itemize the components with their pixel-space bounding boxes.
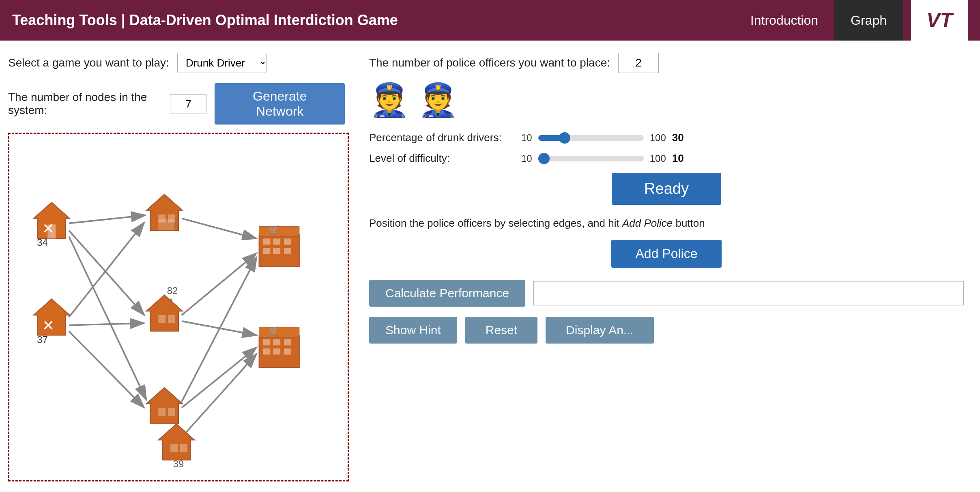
svg-rect-29	[158, 408, 165, 416]
header: Teaching Tools | Data-Driven Optimal Int…	[0, 0, 980, 41]
svg-rect-30	[168, 408, 175, 416]
svg-line-11	[182, 257, 257, 402]
svg-rect-34	[180, 444, 187, 452]
svg-rect-39	[273, 238, 280, 245]
display-answer-button[interactable]: Display An...	[546, 317, 654, 344]
svg-text:39: 39	[173, 458, 184, 469]
svg-line-7	[182, 219, 257, 239]
svg-rect-38	[263, 238, 271, 245]
reset-button[interactable]: Reset	[465, 317, 537, 344]
svg-rect-23	[158, 219, 174, 231]
nodes-input[interactable]	[170, 94, 206, 114]
generate-network-button[interactable]: Generate Network	[215, 83, 345, 125]
svg-line-3	[69, 236, 146, 400]
drunk-percentage-label: Percentage of drunk drivers:	[369, 131, 515, 144]
main-content: Select a game you want to play: Drunk Dr…	[0, 41, 980, 492]
drunk-percentage-row: Percentage of drunk drivers: 10 100 30	[369, 131, 964, 144]
svg-rect-50	[263, 348, 271, 354]
svg-line-8	[182, 253, 257, 315]
svg-rect-25	[158, 315, 165, 323]
calc-performance-row: Calculate Performance	[369, 280, 964, 307]
svg-rect-40	[284, 238, 291, 245]
svg-text:82: 82	[167, 285, 178, 296]
svg-line-1	[69, 215, 146, 223]
svg-rect-49	[284, 339, 291, 345]
difficulty-max: 100	[650, 153, 666, 164]
svg-text:✕: ✕	[42, 318, 54, 334]
nodes-label: The number of nodes in the system:	[8, 91, 162, 117]
svg-line-10	[182, 347, 257, 408]
svg-rect-43	[284, 248, 291, 254]
difficulty-min: 10	[521, 153, 532, 164]
svg-rect-33	[170, 444, 178, 452]
graph-canvas[interactable]: ✕ 34 ✕ 37	[8, 133, 349, 481]
drunk-percentage-value: 30	[672, 131, 684, 144]
svg-rect-52	[284, 348, 291, 354]
nav: Introduction Graph	[734, 0, 903, 41]
svg-rect-51	[273, 348, 280, 354]
difficulty-label: Level of difficulty:	[369, 152, 515, 165]
police-count-row: The number of police officers you want t…	[369, 53, 964, 73]
svg-rect-41	[263, 248, 271, 254]
svg-text:34: 34	[37, 237, 48, 248]
calculate-performance-button[interactable]: Calculate Performance	[369, 280, 525, 307]
vt-logo: VT	[926, 9, 952, 32]
difficulty-row: Level of difficulty: 10 100 10	[369, 152, 964, 165]
game-select-label: Select a game you want to play:	[8, 56, 169, 69]
svg-line-5	[69, 323, 144, 325]
drunk-percentage-max: 100	[650, 132, 666, 144]
svg-marker-28	[146, 388, 183, 424]
svg-rect-48	[273, 339, 280, 345]
svg-text:✕: ✕	[42, 221, 54, 237]
add-police-button[interactable]: Add Police	[611, 240, 722, 268]
bottom-row: Show Hint Reset Display An...	[369, 317, 964, 344]
nav-graph[interactable]: Graph	[834, 0, 903, 41]
svg-text:🛒: 🛒	[269, 326, 279, 335]
nodes-row: The number of nodes in the system: Gener…	[8, 83, 345, 125]
difficulty-slider[interactable]	[538, 156, 644, 161]
graph-svg: ✕ 34 ✕ 37	[9, 134, 348, 480]
police-count-label: The number of police officers you want t…	[369, 56, 610, 69]
ready-button[interactable]: Ready	[612, 173, 721, 205]
app-title: Teaching Tools | Data-Driven Optimal Int…	[12, 12, 734, 29]
svg-line-6	[69, 331, 144, 408]
game-dropdown[interactable]: Drunk Driver Other	[177, 53, 266, 73]
position-label: Position the police officers by selectin…	[369, 217, 964, 230]
show-hint-button[interactable]: Show Hint	[369, 317, 457, 344]
svg-rect-26	[168, 315, 175, 323]
nav-introduction[interactable]: Introduction	[734, 0, 834, 41]
drunk-percentage-slider[interactable]	[538, 135, 644, 141]
police-icons-row: 👮 👮	[369, 81, 964, 119]
svg-line-12	[187, 354, 257, 432]
svg-marker-24	[146, 295, 183, 331]
game-select-row: Select a game you want to play: Drunk Dr…	[8, 53, 345, 73]
difficulty-value: 10	[672, 152, 684, 165]
right-panel: The number of police officers you want t…	[353, 41, 980, 492]
calc-result-input[interactable]	[533, 281, 964, 305]
svg-text:🛒: 🛒	[269, 225, 279, 234]
svg-rect-47	[263, 339, 271, 345]
left-panel: Select a game you want to play: Drunk Dr…	[0, 41, 353, 492]
svg-rect-42	[273, 248, 280, 254]
police-count-input[interactable]	[618, 53, 659, 73]
svg-text:37: 37	[37, 334, 48, 345]
drunk-percentage-min: 10	[521, 132, 532, 144]
police-icon-1: 👮	[369, 81, 410, 119]
police-icon-2: 👮	[418, 81, 458, 119]
logo-area: VT	[911, 0, 968, 41]
